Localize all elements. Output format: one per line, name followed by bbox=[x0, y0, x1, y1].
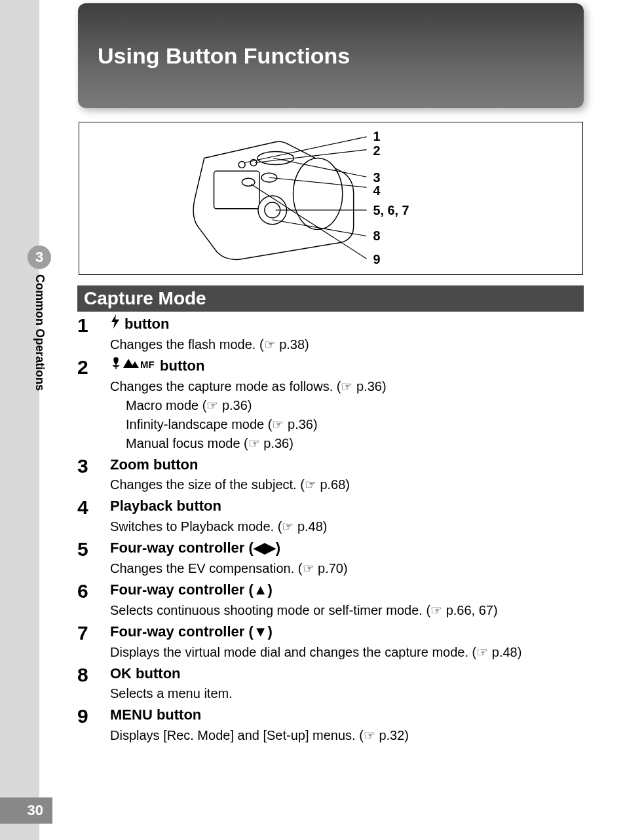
list-item: 9 MENU button Displays [Rec. Mode] and [… bbox=[77, 705, 584, 744]
item-title-text: button bbox=[124, 314, 169, 335]
item-desc: Displays the virtual mode dial and chang… bbox=[110, 644, 584, 661]
list-item: 2 MF button Changes the capture mode as … bbox=[77, 356, 584, 452]
item-number: 8 bbox=[77, 664, 97, 703]
button-list: 1 button Changes the flash mode. (☞ p.38… bbox=[77, 314, 584, 747]
flash-icon bbox=[110, 314, 121, 335]
list-item: 3 Zoom button Changes the size of the su… bbox=[77, 455, 584, 494]
list-item: 1 button Changes the flash mode. (☞ p.38… bbox=[77, 314, 584, 354]
item-desc: Selects continuous shooting mode or self… bbox=[110, 602, 584, 619]
item-sub: Macro mode (☞ p.36) bbox=[110, 397, 584, 414]
focus-modes-icon: MF bbox=[110, 356, 156, 376]
diagram-label-9: 9 bbox=[373, 252, 380, 266]
item-number: 6 bbox=[77, 580, 97, 619]
item-desc: Changes the flash mode. (☞ p.38) bbox=[110, 336, 584, 354]
page-title: Using Button Functions bbox=[98, 43, 350, 69]
item-number: 2 bbox=[77, 356, 97, 452]
item-number: 3 bbox=[77, 455, 97, 494]
diagram-label-3: 3 bbox=[373, 170, 380, 185]
item-title-text: OK button bbox=[110, 664, 181, 684]
chapter-tab: 3 Common Operations bbox=[28, 246, 51, 391]
list-item: 8 OK button Selects a menu item. bbox=[77, 664, 584, 703]
diagram-label-2: 2 bbox=[373, 143, 380, 158]
item-sub: Manual focus mode (☞ p.36) bbox=[110, 435, 584, 452]
page-gutter bbox=[0, 0, 39, 840]
item-sub: Infinity-landscape mode (☞ p.36) bbox=[110, 416, 584, 433]
page-number: 30 bbox=[28, 802, 43, 819]
item-number: 4 bbox=[77, 496, 97, 536]
item-desc: Changes the size of the subject. (☞ p.68… bbox=[110, 476, 584, 494]
list-item: 7 Four-way controller (▼) Displays the v… bbox=[77, 622, 584, 661]
item-desc: Switches to Playback mode. (☞ p.48) bbox=[110, 518, 584, 536]
camera-diagram: 1 2 3 4 5, 6, 7 8 9 bbox=[79, 122, 583, 275]
item-number: 7 bbox=[77, 622, 97, 661]
svg-point-8 bbox=[242, 178, 255, 186]
list-item: 6 Four-way controller (▲) Selects contin… bbox=[77, 580, 584, 619]
section-heading: Capture Mode bbox=[77, 285, 584, 312]
svg-text:MF: MF bbox=[140, 359, 155, 370]
list-item: 5 Four-way controller (◀▶) Changes the E… bbox=[77, 538, 584, 577]
camera-diagram-svg: 1 2 3 4 5, 6, 7 8 9 bbox=[79, 122, 582, 274]
chapter-number-circle: 3 bbox=[28, 246, 51, 269]
page-number-box: 30 bbox=[0, 797, 52, 824]
diagram-label-8: 8 bbox=[373, 228, 380, 243]
item-desc: Changes the EV compensation. (☞ p.70) bbox=[110, 560, 584, 577]
item-title-text: Four-way controller (▲) bbox=[110, 580, 273, 600]
item-title-text: Playback button bbox=[110, 496, 221, 517]
item-desc: Selects a menu item. bbox=[110, 685, 584, 703]
item-number: 1 bbox=[77, 314, 97, 354]
list-item: 4 Playback button Switches to Playback m… bbox=[77, 496, 584, 536]
item-number: 5 bbox=[77, 538, 97, 577]
svg-rect-0 bbox=[214, 171, 259, 209]
item-title-text: Four-way controller (▼) bbox=[110, 622, 273, 642]
diagram-label-4: 4 bbox=[373, 183, 380, 198]
svg-point-5 bbox=[238, 161, 245, 168]
item-title-text: button bbox=[160, 356, 204, 376]
item-number: 9 bbox=[77, 705, 97, 744]
page-header: Using Button Functions bbox=[78, 3, 584, 108]
svg-point-7 bbox=[261, 173, 277, 182]
item-title-text: Four-way controller (◀▶) bbox=[110, 538, 280, 558]
item-title-text: Zoom button bbox=[110, 455, 198, 475]
item-desc: Displays [Rec. Mode] and [Set-up] menus.… bbox=[110, 727, 584, 744]
item-desc: Changes the capture mode as follows. (☞ … bbox=[110, 378, 584, 395]
chapter-label: Common Operations bbox=[33, 274, 47, 391]
item-title-text: MENU button bbox=[110, 705, 201, 725]
section-title: Capture Mode bbox=[84, 288, 206, 308]
diagram-label-1: 1 bbox=[373, 129, 380, 143]
chapter-number: 3 bbox=[35, 249, 43, 266]
svg-point-4 bbox=[293, 158, 342, 230]
diagram-label-567: 5, 6, 7 bbox=[373, 203, 409, 217]
